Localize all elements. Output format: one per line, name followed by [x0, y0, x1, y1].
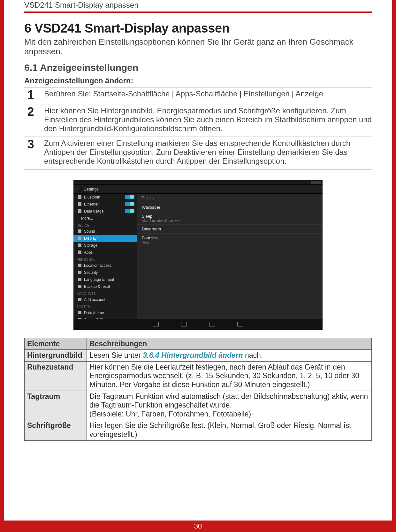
sidebar-item-language[interactable]: Language & input — [73, 276, 137, 283]
location-icon — [78, 264, 81, 267]
setting-title: Wallpaper — [142, 205, 318, 210]
setting-subtitle: Huge — [142, 241, 318, 244]
sidebar-item-label: More... — [81, 216, 93, 221]
sidebar-item-ethernet[interactable]: Ethernet — [73, 201, 137, 208]
table-row: Tagtraum Die Tagtraum-Funktion wird auto… — [25, 391, 372, 420]
chapter-intro: Mit den zahlreichen Einstellungsoptionen… — [24, 37, 372, 56]
table-cell-element: Hintergrundbild — [25, 350, 87, 362]
setting-item-fontsize[interactable]: Font sizeHuge — [137, 234, 323, 246]
android-settings-screenshot: Settings Bluetooth Ethernet Data usage M… — [73, 180, 323, 327]
table-cell-description: Hier können Sie die Leerlaufzeit festleg… — [87, 361, 372, 391]
sidebar-item-label: Bluetooth — [84, 195, 100, 199]
page-footer: 30 — [4, 521, 392, 532]
settings-app-title: Settings — [84, 187, 99, 191]
table-row: Hintergrundbild Lesen Sie unter 3.6.4 Hi… — [25, 350, 372, 362]
sidebar-item-display[interactable]: Display — [73, 235, 137, 242]
security-icon — [78, 271, 81, 274]
step-number: 3 — [24, 138, 37, 166]
sidebar-item-apps[interactable]: Apps — [73, 249, 137, 256]
settings-body: Bluetooth Ethernet Data usage More... DE… — [73, 194, 323, 319]
screenshot-icon[interactable] — [237, 322, 243, 326]
sidebar-category-accounts: ACCOUNTS — [73, 290, 137, 296]
toggle-switch[interactable] — [125, 209, 134, 213]
page-inner: VSD241 Smart-Display anpassen 6 VSD241 S… — [4, 0, 392, 441]
description-table: Elemente Beschreibungen Hintergrundbild … — [24, 338, 372, 441]
table-cell-element: Tagtraum — [25, 391, 87, 420]
sidebar-item-security[interactable]: Security — [73, 269, 137, 276]
desc-text-pre: Lesen Sie unter — [89, 351, 143, 359]
steps-list: 1 Berühren Sie: Startseite-Schaltfläche … — [24, 87, 372, 169]
sidebar-item-label: Ethernet — [84, 202, 98, 206]
home-icon[interactable] — [181, 322, 187, 326]
data-usage-icon — [78, 209, 81, 213]
toggle-switch[interactable] — [125, 202, 134, 206]
setting-item-daydream[interactable]: Daydream — [137, 225, 323, 234]
recent-icon[interactable] — [209, 322, 215, 326]
sidebar-category-system: SYSTEM — [73, 303, 137, 309]
cross-reference-link[interactable]: 3.6.4 Hintergrundbild ändern — [143, 351, 243, 359]
android-statusbar — [73, 180, 323, 185]
setting-title: Daydream — [142, 227, 318, 231]
sidebar-item-label: Date & time — [84, 311, 104, 315]
sidebar-item-label: Sound — [84, 229, 95, 234]
setting-title: Sleep — [142, 214, 318, 219]
sidebar-item-datetime[interactable]: Date & time — [73, 309, 137, 316]
settings-icon — [77, 187, 81, 191]
step-1: 1 Berühren Sie: Startseite-Schaltfläche … — [24, 87, 372, 104]
sidebar-item-backup[interactable]: Backup & reset — [73, 283, 137, 290]
chapter-title: 6 VSD241 Smart-Display anpassen — [24, 21, 372, 35]
step-text: Zum Aktivieren einer Einstellung markier… — [44, 139, 372, 166]
sidebar-item-data-usage[interactable]: Data usage — [73, 208, 137, 215]
step-2: 2 Hier können Sie Hintergrundbild, Energ… — [24, 104, 372, 137]
sidebar-item-sound[interactable]: Sound — [73, 228, 137, 235]
sidebar-item-location[interactable]: Location access — [73, 262, 137, 269]
sidebar-item-accessibility[interactable]: Accessibility — [73, 316, 137, 319]
sidebar-item-storage[interactable]: Storage — [73, 242, 137, 249]
table-cell-description: Die Tagtraum-Funktion wird automatisch (… — [87, 391, 372, 420]
settings-main-pane: Display Wallpaper SleepAfter 2 minutes o… — [137, 194, 323, 319]
sidebar-item-label: Add account — [84, 297, 105, 302]
settings-sidebar: Bluetooth Ethernet Data usage More... DE… — [73, 194, 137, 319]
accessibility-icon — [78, 318, 81, 319]
storage-icon — [78, 244, 81, 247]
sidebar-item-add-account[interactable]: Add account — [73, 296, 137, 303]
desc-text-post: nach. — [243, 351, 263, 359]
sidebar-category-device: DEVICE — [73, 222, 137, 228]
sidebar-category-personal: PERSONAL — [73, 256, 137, 262]
table-header-elements: Elemente — [25, 338, 87, 350]
step-3: 3 Zum Aktivieren einer Einstellung marki… — [24, 137, 372, 169]
step-number: 2 — [24, 106, 37, 133]
toggle-switch[interactable] — [125, 195, 134, 199]
section-title: 6.1 Anzeigeeinstellungen — [24, 62, 372, 73]
settings-app-header: Settings — [73, 185, 323, 194]
apps-icon — [78, 251, 81, 254]
sidebar-item-label: Data usage — [84, 209, 103, 214]
backup-icon — [78, 285, 81, 288]
table-cell-description: Lesen Sie unter 3.6.4 Hintergrundbild än… — [87, 350, 372, 362]
sidebar-item-label: Language & input — [84, 277, 114, 282]
table-header-row: Elemente Beschreibungen — [25, 338, 372, 350]
sidebar-item-label: Security — [84, 270, 98, 275]
table-row: Ruhezustand Hier können Sie die Leerlauf… — [25, 361, 372, 391]
sound-icon — [78, 229, 81, 233]
back-icon[interactable] — [153, 322, 159, 326]
sidebar-item-more[interactable]: More... — [73, 215, 137, 222]
setting-title: Font size — [142, 236, 318, 240]
setting-item-sleep[interactable]: SleepAfter 2 minutes of inactivity — [137, 212, 323, 225]
setting-item-wallpaper[interactable]: Wallpaper — [137, 203, 323, 212]
sidebar-item-label: Apps — [84, 250, 93, 255]
ethernet-icon — [78, 202, 81, 206]
sidebar-item-label: Location access — [84, 263, 111, 268]
table-row: Schriftgröße Hier legen Sie die Schriftg… — [25, 420, 372, 440]
step-text: Berühren Sie: Startseite-Schaltfläche | … — [44, 89, 323, 101]
sidebar-item-bluetooth[interactable]: Bluetooth — [73, 194, 137, 201]
table-header-descriptions: Beschreibungen — [87, 338, 372, 350]
android-navbar — [73, 319, 323, 330]
screenshot-wrapper: Settings Bluetooth Ethernet Data usage M… — [24, 180, 372, 327]
setting-subtitle: After 2 minutes of inactivity — [142, 219, 318, 222]
bluetooth-icon — [78, 195, 81, 199]
step-number: 1 — [24, 89, 37, 101]
red-rule-divider — [24, 11, 372, 13]
page-number: 30 — [194, 522, 202, 530]
step-text: Hier können Sie Hintergrundbild, Energie… — [44, 106, 372, 133]
